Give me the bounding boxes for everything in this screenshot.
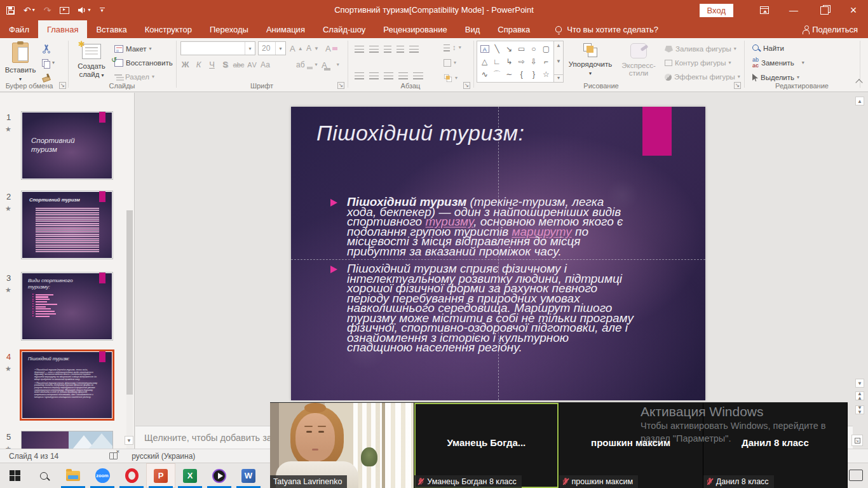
shape-glyph-14[interactable]: ∼ — [506, 71, 512, 78]
align-right-icon[interactable] — [384, 72, 393, 79]
paste-button[interactable]: Вставить▾ — [3, 40, 38, 86]
taskbar-start-button[interactable] — [0, 463, 29, 488]
restore-button[interactable] — [810, 0, 839, 20]
thumbnail-slide-preview[interactable] — [21, 431, 113, 449]
font-dialog-launcher[interactable]: ↘ — [337, 82, 344, 89]
slide-thumbnail-4[interactable]: 4★Пішохідний туризм:‣ Пішохідний туризм … — [0, 351, 127, 426]
numbering-icon[interactable] — [369, 46, 379, 53]
shape-glyph-6[interactable]: △ — [482, 58, 487, 65]
taskbar-zoom-button[interactable]: zoom — [88, 463, 117, 488]
tab-Слайд-шоу[interactable]: Слайд-шоу — [314, 20, 374, 38]
shapes-gallery-scroll[interactable]: ▲▼▾ — [554, 41, 564, 83]
new-slide-button[interactable]: Создать слайд ▾ — [72, 40, 111, 86]
sign-in-button[interactable]: Вход — [700, 4, 733, 17]
slide-title[interactable]: Пішохідний туризм: — [316, 121, 524, 146]
paragraph-dialog-launcher[interactable]: ↘ — [463, 82, 470, 89]
slide-bullet-1[interactable]: Пішохідний туризм (трекінг-туризм, легка… — [347, 197, 634, 256]
tab-Переходы[interactable]: Переходы — [201, 20, 257, 38]
close-button[interactable]: × — [839, 0, 868, 20]
shape-glyph-15[interactable]: { — [520, 71, 523, 78]
align-center-icon[interactable] — [369, 72, 379, 79]
bullets-icon[interactable] — [355, 46, 364, 53]
tab-Файл[interactable]: Файл — [0, 20, 38, 38]
shape-glyph-5[interactable]: ▢ — [543, 45, 550, 53]
increase-indent-icon[interactable] — [397, 46, 404, 53]
shape-glyph-4[interactable]: ○ — [531, 45, 536, 53]
copy-button[interactable]: ▾ — [42, 56, 55, 70]
taskbar-excel-button[interactable]: X — [175, 463, 205, 488]
fit-slide-to-window-button[interactable]: ⇲ — [851, 435, 863, 446]
shape-glyph-8[interactable]: ↳ — [506, 58, 512, 65]
drawing-dialog-launcher[interactable]: ↘ — [734, 82, 741, 89]
align-left-icon[interactable] — [355, 72, 364, 79]
shape-glyph-2[interactable]: ↘ — [506, 45, 512, 53]
tab-Рецензирование[interactable]: Рецензирование — [374, 20, 456, 38]
cut-button[interactable] — [42, 42, 51, 56]
tab-Справка[interactable]: Справка — [489, 20, 539, 38]
shape-glyph-13[interactable]: ⌒ — [493, 71, 501, 78]
tab-Вид[interactable]: Вид — [456, 20, 489, 38]
layout-button[interactable]: Макет▾ — [114, 42, 152, 56]
shape-glyph-3[interactable]: ▭ — [518, 45, 525, 53]
tell-me-box[interactable]: Что вы хотите сделать? — [555, 20, 658, 38]
shape-glyph-9[interactable]: ⇨ — [519, 58, 525, 65]
shape-glyph-0[interactable]: A — [480, 45, 489, 53]
shape-glyph-1[interactable]: ╲ — [494, 45, 499, 53]
taskbar-powerpoint-button[interactable]: P — [146, 463, 175, 488]
slide-bullet-2[interactable]: Пішохідний туризм сприяє фізичному і інт… — [347, 264, 634, 353]
decrease-indent-icon[interactable] — [384, 46, 391, 53]
shapes-gallery[interactable]: A╲↘▭○▢△∟↳⇨⇩⌐∿⌒∼{}☆ — [477, 41, 554, 83]
shape-glyph-10[interactable]: ⇩ — [531, 58, 537, 65]
shape-glyph-17[interactable]: ☆ — [543, 71, 550, 78]
replace-button[interactable]: abacЗаменить▾ — [752, 56, 804, 70]
tab-Анимация[interactable]: Анимация — [257, 20, 314, 38]
line-spacing-icon[interactable] — [409, 46, 419, 53]
slide-scrollbar[interactable]: ▲ ▼ ▲▲ ▼▼ — [854, 97, 865, 427]
previous-slide-icon[interactable]: ▲▲ — [855, 391, 864, 400]
next-slide-icon[interactable]: ▼▼ — [855, 405, 864, 414]
thumbnail-scroll-down-icon[interactable]: ▼ — [125, 436, 133, 445]
spell-check-icon[interactable] — [109, 452, 118, 459]
font-name-combo[interactable]: ▾ — [180, 41, 255, 55]
taskbar-player-button[interactable] — [205, 463, 234, 488]
slide-canvas[interactable]: Пішохідний туризм: Пішохідний туризм (тр… — [291, 107, 705, 400]
thumbnail-slide-preview[interactable]: Пішохідний туризм:‣ Пішохідний туризм (т… — [21, 351, 113, 419]
slide-thumbnail-2[interactable]: 2★Спортивний туризм — [0, 191, 127, 266]
language-indicator[interactable]: русский (Украина) — [132, 452, 195, 461]
find-button[interactable]: Найти — [752, 41, 784, 55]
taskbar-opera-button[interactable] — [117, 463, 146, 488]
zoom-participant-tile-4[interactable]: Данил 8 классДанил 8 класс — [703, 403, 848, 488]
thumbnail-slide-preview[interactable]: Спортивний туризм — [21, 111, 113, 180]
touch-keyboard-icon[interactable] — [849, 470, 863, 481]
slide-thumbnail-1[interactable]: 1★Спортивний туризм — [0, 111, 127, 186]
shape-glyph-7[interactable]: ∟ — [493, 58, 501, 65]
arrange-button[interactable]: Упорядочить▾ — [567, 40, 614, 86]
thumbnail-scrollbar[interactable] — [126, 210, 133, 449]
tab-Главная[interactable]: Главная — [38, 20, 87, 38]
scroll-down-icon[interactable]: ▼ — [855, 379, 864, 388]
shape-glyph-12[interactable]: ∿ — [482, 71, 488, 78]
font-size-combo[interactable]: 20▾ — [258, 41, 286, 55]
ribbon-display-options-button[interactable] — [750, 0, 779, 20]
shape-glyph-16[interactable]: } — [532, 71, 535, 78]
scroll-up-icon[interactable]: ▲ — [855, 97, 864, 105]
thumbnail-slide-preview[interactable]: Види спортивного туризму: — [21, 272, 113, 341]
reset-button[interactable]: Восстановить — [114, 56, 173, 70]
shape-glyph-11[interactable]: ⌐ — [544, 58, 548, 65]
justify-icon[interactable] — [398, 72, 408, 79]
zoom-participant-tile-3[interactable]: прошкин максимпрошкин максим — [559, 403, 703, 488]
tab-Конструктор[interactable]: Конструктор — [136, 20, 201, 38]
taskbar-word-button[interactable]: W — [234, 463, 263, 488]
tab-Вставка[interactable]: Вставка — [87, 20, 135, 38]
share-button[interactable]: Поделиться — [803, 20, 868, 38]
taskbar-search-button[interactable] — [29, 463, 58, 488]
clipboard-dialog-launcher[interactable]: ↘ — [59, 82, 66, 89]
thumbnail-slide-preview[interactable]: Спортивний туризм — [21, 191, 113, 259]
zoom-participant-tile-1[interactable]: Tatyana Lavrinenko — [270, 403, 414, 488]
zoom-participant-tile-2[interactable]: Уманець Богда...Уманець Богдан 8 класс — [414, 403, 559, 488]
slide-thumbnail-3[interactable]: 3★Види спортивного туризму: — [0, 272, 127, 347]
minimize-button[interactable]: — — [779, 0, 808, 20]
slide-body-text[interactable]: Пішохідний туризм (трекінг-туризм, легка… — [347, 197, 634, 360]
columns-icon[interactable] — [413, 72, 423, 79]
slide-thumbnail-5[interactable]: 5★ — [0, 431, 127, 449]
